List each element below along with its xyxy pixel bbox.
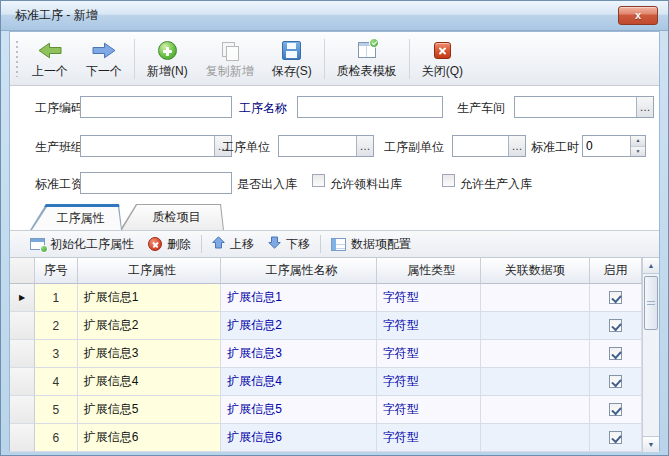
type-cell[interactable]: 字符型 — [377, 368, 481, 396]
sub-unit-label: 工序副单位 — [384, 139, 444, 156]
arrow-right-icon — [92, 39, 116, 61]
scroll-up-button[interactable]: ▲ — [643, 258, 659, 274]
scroll-thumb[interactable] — [644, 276, 658, 330]
seq-cell[interactable]: 5 — [35, 396, 78, 424]
std-hours-spinner: ▲ ▼ — [582, 135, 646, 157]
enabled-checkbox[interactable] — [609, 319, 622, 332]
name-cell[interactable]: 扩展信息6 — [221, 424, 377, 452]
spin-down-button[interactable]: ▼ — [631, 147, 645, 157]
name-cell[interactable]: 扩展信息3 — [221, 340, 377, 368]
linked-cell[interactable] — [481, 312, 591, 340]
allow-production-in-label: 允许生产入库 — [460, 176, 532, 193]
table-row[interactable]: 5 扩展信息5 扩展信息5 字符型 — [10, 396, 642, 424]
tab-process-attributes[interactable]: 工序属性 — [30, 204, 122, 230]
title-bar[interactable]: 标准工序 - 新增 x — [1, 1, 668, 31]
init-attributes-button[interactable]: 初始化工序属性 — [23, 233, 141, 256]
process-code-input[interactable] — [81, 97, 231, 117]
allow-production-in-checkbox[interactable] — [442, 174, 455, 187]
attr-cell[interactable]: 扩展信息4 — [78, 368, 222, 396]
new-button[interactable]: 新增(N) — [138, 35, 197, 83]
process-code-field — [80, 96, 232, 118]
grid-scrollbar[interactable]: ▲ ▼ — [642, 258, 659, 452]
scroll-down-button[interactable]: ▼ — [643, 436, 659, 452]
name-cell[interactable]: 扩展信息2 — [221, 312, 377, 340]
linked-cell[interactable] — [481, 396, 591, 424]
seq-cell[interactable]: 6 — [35, 424, 78, 452]
enabled-checkbox[interactable] — [609, 403, 622, 416]
attr-cell[interactable]: 扩展信息1 — [78, 284, 222, 312]
spin-up-button[interactable]: ▲ — [631, 136, 645, 147]
column-header-attr[interactable]: 工序属性 — [78, 258, 222, 284]
table-row[interactable]: 2 扩展信息2 扩展信息2 字符型 — [10, 312, 642, 340]
unit-input[interactable] — [279, 136, 356, 156]
prev-button[interactable]: 上一个 — [23, 35, 77, 83]
seq-cell[interactable]: 1 — [35, 284, 78, 312]
attr-cell[interactable]: 扩展信息6 — [78, 424, 222, 452]
save-button[interactable]: 保存(S) — [263, 35, 321, 83]
enabled-checkbox[interactable] — [609, 431, 622, 444]
seq-cell[interactable]: 4 — [35, 368, 78, 396]
delete-button[interactable]: 删除 — [141, 233, 198, 256]
linked-cell[interactable] — [481, 340, 591, 368]
attributes-grid: 序号 工序属性 工序属性名称 属性类型 关联数据项 启用 ▶ 1 扩展信息1 扩… — [10, 258, 659, 452]
seq-cell[interactable]: 2 — [35, 312, 78, 340]
table-row[interactable]: 4 扩展信息4 扩展信息4 字符型 — [10, 368, 642, 396]
linked-cell[interactable] — [481, 284, 591, 312]
data-config-button[interactable]: 数据项配置 — [324, 233, 418, 256]
std-hours-input[interactable] — [583, 136, 630, 156]
column-header-type[interactable]: 属性类型 — [377, 258, 481, 284]
column-header-name[interactable]: 工序属性名称 — [221, 258, 377, 284]
grid-toolbar-separator — [320, 235, 321, 253]
seq-cell[interactable]: 3 — [35, 340, 78, 368]
name-cell[interactable]: 扩展信息4 — [221, 368, 377, 396]
type-cell[interactable]: 字符型 — [377, 312, 481, 340]
column-header-seq[interactable]: 序号 — [35, 258, 78, 284]
column-header-enabled[interactable]: 启用 — [590, 258, 642, 284]
unit-lookup-button[interactable]: … — [356, 136, 373, 156]
qc-template-button[interactable]: 质检表模板 — [328, 35, 406, 83]
linked-cell[interactable] — [481, 368, 591, 396]
dialog-window: 标准工序 - 新增 x 上一个 下一个 新增(N) — [0, 0, 669, 456]
init-attributes-label: 初始化工序属性 — [50, 236, 134, 253]
init-window-icon — [30, 238, 45, 250]
enabled-cell — [590, 424, 642, 452]
team-field: … — [80, 135, 232, 157]
process-name-input[interactable] — [298, 97, 442, 117]
enabled-checkbox[interactable] — [609, 375, 622, 388]
team-input[interactable] — [81, 136, 214, 156]
window-close-button[interactable]: x — [618, 6, 658, 25]
allow-material-out-checkbox[interactable] — [312, 174, 325, 187]
table-row[interactable]: 6 扩展信息6 扩展信息6 字符型 — [10, 424, 642, 452]
attr-cell[interactable]: 扩展信息5 — [78, 396, 222, 424]
type-cell[interactable]: 字符型 — [377, 424, 481, 452]
workshop-input[interactable] — [515, 97, 636, 117]
move-up-button[interactable]: 上移 — [205, 233, 261, 256]
type-cell[interactable]: 字符型 — [377, 340, 481, 368]
enabled-checkbox[interactable] — [609, 347, 622, 360]
name-cell[interactable]: 扩展信息5 — [221, 396, 377, 424]
type-cell[interactable]: 字符型 — [377, 284, 481, 312]
column-header-linked[interactable]: 关联数据项 — [481, 258, 591, 284]
tab-qc-items[interactable]: 质检项目 — [120, 204, 224, 230]
table-row[interactable]: 3 扩展信息3 扩展信息3 字符型 — [10, 340, 642, 368]
std-wage-label: 标准工资 — [35, 176, 83, 193]
row-indicator-cell — [10, 424, 35, 452]
std-wage-input[interactable] — [81, 173, 231, 193]
close-button[interactable]: 关闭(Q) — [413, 35, 472, 83]
inout-label: 是否出入库 — [237, 176, 297, 193]
attr-cell[interactable]: 扩展信息3 — [78, 340, 222, 368]
table-row[interactable]: ▶ 1 扩展信息1 扩展信息1 字符型 — [10, 284, 642, 312]
copy-new-button[interactable]: 复制新增 — [197, 35, 263, 83]
row-indicator-cell — [10, 340, 35, 368]
type-cell[interactable]: 字符型 — [377, 396, 481, 424]
delete-label: 删除 — [167, 236, 191, 253]
linked-cell[interactable] — [481, 424, 591, 452]
enabled-checkbox[interactable] — [609, 291, 622, 304]
move-down-button[interactable]: 下移 — [261, 233, 317, 256]
name-cell[interactable]: 扩展信息1 — [221, 284, 377, 312]
sub-unit-lookup-button[interactable]: … — [508, 136, 525, 156]
attr-cell[interactable]: 扩展信息2 — [78, 312, 222, 340]
workshop-lookup-button[interactable]: … — [636, 97, 653, 117]
sub-unit-input[interactable] — [453, 136, 508, 156]
next-button[interactable]: 下一个 — [77, 35, 131, 83]
